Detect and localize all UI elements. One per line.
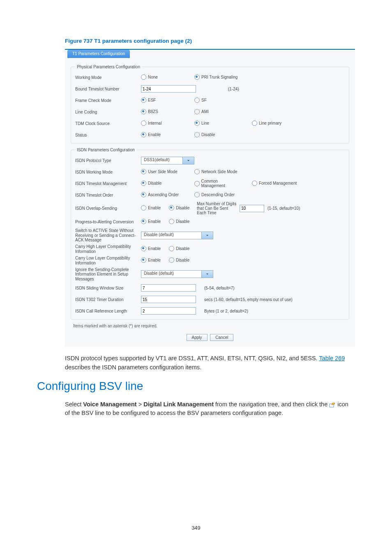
switch-active-select[interactable]: Disable (default) [141,232,213,239]
panel-tab: T1 Parameters Configuration [67,50,130,58]
narrative-2: Select Voice Management > Digital Link M… [65,400,355,418]
radio-p2a-disable[interactable]: Disable [169,219,189,224]
radio-chlc-disable[interactable]: Disable [169,246,189,251]
radio-tsm-common[interactable]: Common Management [194,179,241,188]
radio-tsm-forced[interactable]: Forced Management [252,181,297,186]
label: Progress-to-Alerting Conversion [75,220,141,224]
radio-ami[interactable]: AMI [194,109,209,114]
label: ISDN Timeslot Order [75,193,141,197]
required-note: Items marked with an asterisk (*) are re… [73,324,349,328]
label: ISDN Sliding Window Size [75,286,141,290]
radio-status-disable[interactable]: Disable [194,132,215,137]
label: ISDN Timeslot Management [75,181,141,186]
hint: (1-24) [228,87,239,91]
ignore-sc-select[interactable]: Disable (default) [141,270,213,278]
chevron-down-icon [201,271,213,278]
label: Switch to ACTIVE State Without Receiving… [75,228,141,243]
isdn-protocol-select[interactable]: DSS1(default) [141,157,194,165]
hint: secs (1-60, default=15, empty means out … [204,297,293,302]
radio-b8zs[interactable]: B8ZS [141,109,158,114]
radio-desc[interactable]: Descending Order [194,192,235,197]
label: Carry High Layer Compatibility Informati… [75,244,141,254]
label: Bound Timeslot Number [75,87,141,91]
isdn-params-group: ISDN Parameters Configuration ISDN Proto… [71,148,349,320]
hint: (1-15, default=10) [267,206,300,211]
group-legend: ISDN Parameters Configuration [75,148,136,152]
label: ISDN Protocol Type [75,158,141,163]
radio-asc[interactable]: Ascending Order [141,192,179,197]
hint: (5-54, default=7) [204,286,235,290]
label: TDM Clock Source [75,121,141,126]
label: ISDN Call Reference Length [75,309,141,313]
label: ISDN Working Mode [75,170,141,174]
label: ISDN T302 Timer Duration [75,297,141,302]
radio-p2a-enable[interactable]: Enable [141,219,161,224]
narrative-1: ISDN protocol types supported by VT1 are… [65,354,355,372]
figure-title: Figure 737 T1 parameters configuration p… [65,38,355,44]
chevron-down-icon [201,232,213,239]
radio-pri-trunk[interactable]: PRI Trunk Signaling [194,74,238,80]
max-digits-label: Max Number of Digits that Can Be Sent Ea… [197,202,238,215]
max-digits-input[interactable] [240,205,264,212]
t302-input[interactable] [141,296,196,303]
page-number: 349 [37,525,355,531]
label: Carry Low Layer Compatibility Informatio… [75,256,141,265]
hint: Bytes (1 or 2, default=2) [204,309,248,313]
radio-internal[interactable]: Internal [141,121,161,126]
radio-line-primary[interactable]: Line primary [252,121,281,126]
radio-sf[interactable]: SF [194,97,207,103]
radio-user-side[interactable]: User Side Mode [141,169,178,174]
radio-tsm-disable[interactable]: Disable [141,181,161,186]
cancel-button[interactable]: Cancel [210,334,233,341]
radio-network-side[interactable]: Network Side Mode [194,169,237,174]
label: Frame Check Mode [75,98,141,103]
radio-chlc-enable[interactable]: Enable [141,246,161,251]
label: Working Mode [75,75,141,80]
radio-status-enable[interactable]: Enable [141,132,161,137]
crl-input[interactable] [141,307,196,315]
group-legend: Physical Parameters Configuration [75,65,142,69]
radio-cllc-disable[interactable]: Disable [169,257,189,263]
table-link[interactable]: Table 269 [319,355,345,362]
sws-input[interactable] [141,284,196,292]
label: Ignore the Sending-Complete Information … [75,267,141,282]
bound-timeslot-input[interactable] [141,85,196,93]
radio-overlap-enable[interactable]: Enable [141,205,161,211]
label: Line Coding [75,110,141,114]
label: Status [75,133,141,137]
label: ISDN Overlap-Sending [75,206,141,211]
screenshot-panel: T1 Parameters Configuration Physical Par… [65,49,355,347]
physical-params-group: Physical Parameters Configuration Workin… [71,65,349,144]
radio-esf[interactable]: ESF [141,97,156,103]
edit-icon [329,402,336,408]
radio-overlap-disable[interactable]: Disable [169,205,189,211]
section-heading: Configuring BSV line [37,380,355,393]
radio-cllc-enable[interactable]: Enable [141,257,161,263]
radio-line[interactable]: Line [194,121,209,126]
apply-button[interactable]: Apply [187,334,208,341]
chevron-down-icon [182,157,194,164]
radio-none[interactable]: None [141,74,158,80]
